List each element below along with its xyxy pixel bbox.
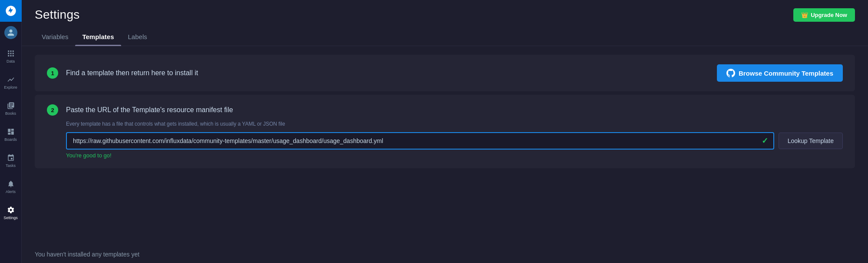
- sidebar-item-label-books: Books: [5, 111, 16, 116]
- step1-left: 1 Find a template then return here to in…: [47, 67, 198, 79]
- valid-message: You're good to go!: [66, 152, 843, 159]
- tab-templates[interactable]: Templates: [75, 29, 121, 46]
- sidebar-item-tasks[interactable]: Tasks: [0, 148, 22, 174]
- step2-header: 2 Paste the URL of the Template's resour…: [47, 104, 843, 116]
- influx-logo-icon: [5, 5, 17, 17]
- step2-subtitle: Every template has a file that controls …: [66, 121, 843, 127]
- tab-variables[interactable]: Variables: [35, 29, 75, 46]
- step1-title: Find a template then return here to inst…: [66, 69, 198, 77]
- url-input-row: ✓ Lookup Template: [66, 132, 843, 150]
- sidebar-item-books[interactable]: Books: [0, 96, 22, 122]
- data-icon: [7, 50, 15, 57]
- no-templates-text: You haven't installed any templates yet: [22, 246, 868, 263]
- sidebar-item-label-alerts: Alerts: [6, 190, 16, 194]
- step1-header: 1 Find a template then return here to in…: [47, 64, 843, 82]
- user-icon: [7, 29, 15, 37]
- step1-number: 1: [47, 67, 58, 79]
- step2-number: 2: [47, 104, 58, 116]
- sidebar-item-settings[interactable]: Settings: [0, 200, 22, 226]
- step2-card: 2 Paste the URL of the Template's resour…: [35, 95, 855, 168]
- logo-button[interactable]: [0, 0, 22, 22]
- url-input-wrapper: ✓: [66, 132, 774, 150]
- sidebar-item-label-boards: Boards: [4, 137, 17, 142]
- sidebar-item-explore[interactable]: Explore: [0, 70, 22, 96]
- step2-content: Every template has a file that controls …: [66, 121, 843, 159]
- tasks-icon: [7, 154, 15, 162]
- lookup-template-button[interactable]: Lookup Template: [779, 133, 843, 149]
- settings-icon: [7, 206, 15, 214]
- sidebar: Data Explore Books Boards Tasks Alerts: [0, 0, 22, 263]
- browse-community-templates-button[interactable]: Browse Community Templates: [717, 64, 843, 82]
- sidebar-item-label-settings: Settings: [3, 216, 18, 220]
- sidebar-item-label-data: Data: [7, 59, 15, 63]
- url-input[interactable]: [67, 133, 773, 149]
- sidebar-item-boards[interactable]: Boards: [0, 122, 22, 148]
- sidebar-item-label-explore: Explore: [4, 85, 17, 90]
- step2-title: Paste the URL of the Template's resource…: [66, 106, 233, 114]
- user-avatar[interactable]: [0, 22, 22, 43]
- boards-icon: [7, 128, 15, 136]
- explore-icon: [7, 76, 15, 83]
- crown-icon: 👑: [801, 12, 808, 18]
- tab-labels[interactable]: Labels: [121, 29, 154, 46]
- step1-card: 1 Find a template then return here to in…: [35, 55, 855, 91]
- step2-left: 2 Paste the URL of the Template's resour…: [47, 104, 233, 116]
- sidebar-item-data[interactable]: Data: [0, 43, 22, 70]
- alerts-icon: [7, 180, 15, 188]
- sidebar-item-label-tasks: Tasks: [6, 163, 16, 168]
- upgrade-button[interactable]: 👑 Upgrade Now: [793, 8, 855, 22]
- page-title: Settings: [35, 8, 80, 22]
- github-icon: [726, 69, 735, 77]
- tabs-bar: Variables Templates Labels: [22, 29, 868, 46]
- avatar: [4, 26, 17, 39]
- books-icon: [7, 102, 15, 110]
- sidebar-item-alerts[interactable]: Alerts: [0, 174, 22, 200]
- check-icon: ✓: [762, 136, 768, 146]
- page-header: Settings 👑 Upgrade Now: [22, 0, 868, 22]
- main-content-area: 1 Find a template then return here to in…: [22, 46, 868, 246]
- main-content: Settings 👑 Upgrade Now Variables Templat…: [22, 0, 868, 263]
